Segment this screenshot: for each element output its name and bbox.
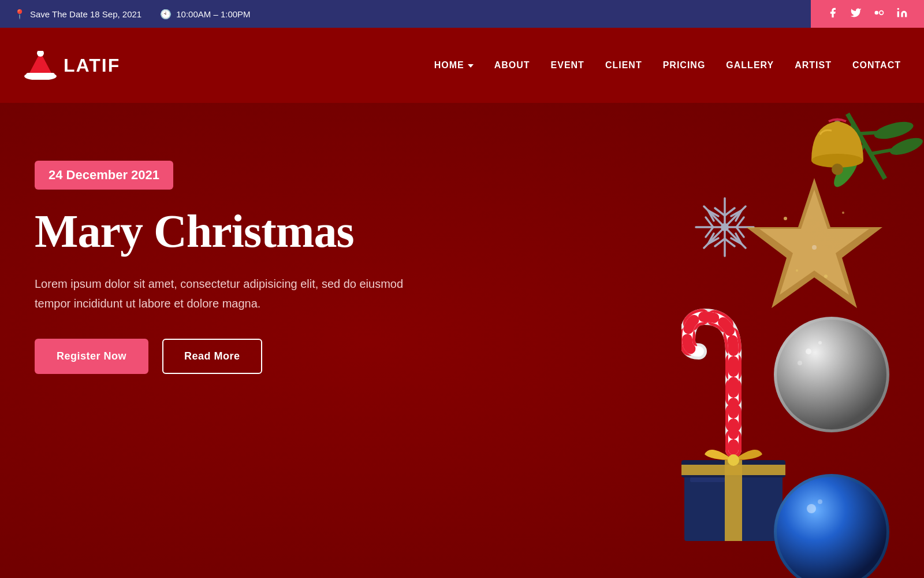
register-now-button[interactable]: Register Now [35, 339, 148, 374]
save-date-text: Save The Date 18 Sep, 2021 [30, 9, 141, 19]
hero-section: 24 December 2021 Mary Christmas Lorem ip… [0, 103, 924, 578]
decorations [589, 103, 924, 578]
svg-point-44 [824, 275, 828, 278]
svg-point-59 [818, 499, 822, 504]
nav-pricing[interactable]: PRICING [663, 60, 706, 71]
silver-ball-icon [774, 317, 889, 432]
hero-title: Mary Christmas [35, 206, 427, 257]
svg-point-57 [777, 477, 886, 578]
time-item: 🕙 10:00AM – 1:00PM [160, 9, 250, 20]
svg-point-45 [796, 269, 798, 272]
chevron-down-icon [468, 64, 474, 68]
read-more-button[interactable]: Read More [162, 339, 262, 374]
logo-text: LATIF [64, 55, 120, 76]
svg-point-49 [818, 341, 822, 344]
svg-point-2 [897, 8, 899, 9]
nav-event[interactable]: EVENT [551, 60, 584, 71]
svg-point-39 [721, 223, 729, 231]
top-bar-left: 📍 Save The Date 18 Sep, 2021 🕙 10:00AM –… [0, 9, 811, 20]
linkedin-icon[interactable] [896, 7, 908, 21]
svg-point-46 [812, 245, 817, 250]
facebook-icon[interactable] [827, 7, 839, 21]
nav-gallery[interactable]: GALLERY [726, 60, 774, 71]
navbar: LATIF HOME ABOUT EVENT CLIENT PRICING GA… [0, 28, 924, 103]
svg-rect-56 [690, 477, 725, 482]
social-links [811, 0, 924, 28]
location-icon: 📍 [14, 9, 25, 20]
svg-point-42 [784, 217, 787, 220]
svg-point-5 [37, 51, 44, 57]
hero-description: Lorem ipsum dolor sit amet, consectetur … [35, 274, 427, 313]
svg-point-43 [842, 212, 844, 214]
nav-links: HOME ABOUT EVENT CLIENT PRICING GALLERY … [434, 60, 901, 71]
save-date-item: 📍 Save The Date 18 Sep, 2021 [14, 9, 141, 20]
svg-point-55 [728, 454, 739, 466]
svg-point-58 [807, 504, 816, 513]
logo-hat-icon [23, 51, 58, 80]
svg-point-50 [798, 361, 802, 365]
svg-rect-54 [681, 465, 785, 475]
twitter-icon[interactable] [850, 7, 862, 21]
nav-contact[interactable]: CONTACT [852, 60, 901, 71]
date-badge: 24 December 2021 [35, 161, 173, 190]
clock-icon: 🕙 [160, 9, 172, 20]
svg-point-0 [875, 10, 879, 14]
blue-ornament-icon [774, 474, 889, 578]
time-text: 10:00AM – 1:00PM [176, 9, 250, 19]
svg-point-47 [777, 320, 886, 429]
svg-point-15 [888, 135, 924, 158]
nav-home[interactable]: HOME [434, 60, 474, 71]
svg-rect-6 [26, 73, 55, 78]
top-bar: 📍 Save The Date 18 Sep, 2021 🕙 10:00AM –… [0, 0, 924, 28]
hero-buttons: Register Now Read More [35, 339, 427, 374]
nav-artist[interactable]: ARTIST [795, 60, 832, 71]
nav-about[interactable]: ABOUT [494, 60, 530, 71]
flickr-icon[interactable] [873, 7, 885, 21]
nav-client[interactable]: CLIENT [605, 60, 642, 71]
svg-point-48 [806, 349, 811, 354]
hero-content: 24 December 2021 Mary Christmas Lorem ip… [35, 161, 427, 374]
logo[interactable]: LATIF [23, 51, 120, 80]
svg-point-1 [880, 10, 884, 14]
